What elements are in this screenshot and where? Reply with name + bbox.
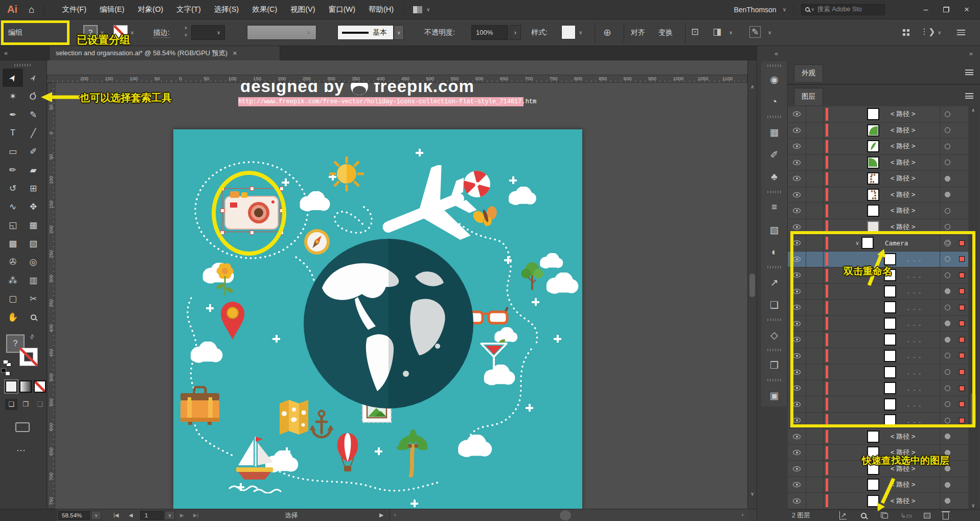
layer-row[interactable]: . . . xyxy=(788,348,968,365)
layer-content-cell[interactable]: < 路径 > xyxy=(830,171,940,187)
visibility-cell[interactable] xyxy=(788,284,806,300)
chevron-down-icon[interactable]: ∨ xyxy=(579,30,582,35)
shaper-tool[interactable]: ✏ xyxy=(3,161,23,179)
target-icon[interactable] xyxy=(945,337,950,343)
brush-chevron[interactable]: ∨ xyxy=(394,25,404,40)
lock-cell[interactable] xyxy=(806,428,824,444)
layer-row[interactable]: . . . xyxy=(788,316,968,332)
column-graph-tool[interactable]: ▥ xyxy=(23,271,43,289)
artboard-canvas[interactable] xyxy=(173,129,582,509)
eye-icon[interactable] xyxy=(793,337,801,342)
layer-label[interactable]: . . . xyxy=(907,352,922,359)
color-button[interactable] xyxy=(5,380,17,393)
symbol-sprayer-tool[interactable]: ⁂ xyxy=(3,271,23,289)
collapsed-panel-icon[interactable] xyxy=(1,368,10,376)
eye-icon[interactable] xyxy=(793,386,801,391)
document-layout-icon[interactable]: ⋮❯ xyxy=(920,27,935,36)
variable-width-select[interactable] xyxy=(247,25,316,40)
target-cell[interactable] xyxy=(940,428,955,444)
target-cell[interactable] xyxy=(940,493,955,509)
layer-label[interactable]: . . . xyxy=(907,336,922,344)
layer-row[interactable]: . . . xyxy=(788,300,968,316)
width-tool[interactable]: ∿ xyxy=(3,197,23,216)
layer-row[interactable]: . . . xyxy=(788,332,968,348)
target-icon[interactable] xyxy=(945,434,950,439)
transparency-icon[interactable]: ◐ xyxy=(761,241,787,263)
next-artboard-button[interactable]: ▶ xyxy=(180,512,184,518)
layer-row[interactable]: . . . xyxy=(788,396,968,413)
first-artboard-button[interactable]: |◀ xyxy=(113,512,119,518)
layer-content-cell[interactable]: < 路径 > xyxy=(830,203,940,219)
document-tab[interactable]: selection and organisation.ai* @ 58.54% … xyxy=(49,46,280,60)
eye-icon[interactable] xyxy=(793,418,801,423)
layer-row[interactable]: < 路径 > xyxy=(788,203,968,219)
rotate-tool[interactable]: ↺ xyxy=(3,179,23,197)
hand-tool[interactable]: ✋ xyxy=(3,308,23,326)
visibility-cell[interactable] xyxy=(788,316,806,332)
menu-item[interactable]: 编辑(E) xyxy=(93,5,131,14)
layer-content-cell[interactable]: < 路径 > xyxy=(830,477,940,493)
artboard-select-chevron[interactable]: ∨ xyxy=(165,511,175,520)
visibility-cell[interactable] xyxy=(788,300,806,315)
layer-label[interactable]: < 路径 > xyxy=(891,158,915,167)
visibility-cell[interactable] xyxy=(788,332,806,348)
tab-layers[interactable]: 图层 xyxy=(794,88,823,105)
lock-cell[interactable] xyxy=(806,155,824,171)
eye-icon[interactable] xyxy=(793,353,801,358)
opacity-input[interactable]: 100% xyxy=(471,25,508,40)
align-button[interactable]: 对齐 xyxy=(631,28,645,37)
layer-label[interactable]: . . . xyxy=(907,368,922,376)
selection-handle[interactable] xyxy=(250,231,254,235)
target-icon[interactable] xyxy=(945,418,950,423)
collapse-dock-icon[interactable]: « xyxy=(774,50,778,57)
eye-icon[interactable] xyxy=(793,240,801,245)
visibility-cell[interactable] xyxy=(788,219,806,235)
target-icon[interactable] xyxy=(945,160,950,165)
slice-tool[interactable]: ✂ xyxy=(23,289,43,308)
home-icon[interactable]: ⌂ xyxy=(29,4,34,15)
gradient-tool[interactable]: ▧ xyxy=(23,234,43,253)
scrollbar-thumb[interactable] xyxy=(560,510,571,520)
eye-icon[interactable] xyxy=(793,499,801,504)
rectangle-tool[interactable]: ▭ xyxy=(3,142,23,161)
chevron-down-icon[interactable]: ∨ xyxy=(938,30,941,35)
layer-content-cell[interactable]: . . . xyxy=(830,396,940,412)
lock-cell[interactable] xyxy=(806,413,824,428)
visibility-cell[interactable] xyxy=(788,123,806,139)
expand-dock-icon[interactable]: » xyxy=(969,50,973,57)
target-cell[interactable] xyxy=(940,219,955,235)
menu-icon[interactable] xyxy=(957,30,965,35)
vertical-ruler[interactable]: 5005010015020025030035040045050055060065… xyxy=(47,83,55,509)
eye-icon[interactable] xyxy=(793,482,801,487)
visibility-cell[interactable] xyxy=(788,252,806,267)
publish-globe-icon[interactable]: ⊕ xyxy=(603,27,611,38)
pen-tool[interactable]: ✒ xyxy=(3,105,23,124)
menu-item[interactable]: 对象(O) xyxy=(131,5,170,14)
target-icon[interactable] xyxy=(945,386,950,391)
layer-content-cell[interactable]: < 路径 > xyxy=(830,187,940,203)
stroke-stepper[interactable]: ∧∨ xyxy=(182,25,190,40)
layer-content-cell[interactable]: < 路径 > xyxy=(830,123,940,139)
search-box[interactable]: ∨ 搜索 Adobe Sto xyxy=(801,4,885,15)
horizontal-ruler[interactable]: 2001501005005010015020025030035040045050… xyxy=(47,75,747,83)
layer-label[interactable]: . . . xyxy=(907,417,922,424)
minimize-button[interactable]: – xyxy=(916,5,936,14)
eye-icon[interactable] xyxy=(793,176,801,181)
layer-row[interactable]: . . . xyxy=(788,364,968,380)
transform-button[interactable]: 变换 xyxy=(658,28,673,37)
target-icon[interactable] xyxy=(945,305,950,310)
collect-export-icon[interactable]: ↗ xyxy=(839,511,847,519)
style-swatch[interactable] xyxy=(561,25,576,39)
target-icon[interactable] xyxy=(945,176,950,182)
layer-content-cell[interactable]: . . . xyxy=(830,348,940,364)
blend-tool[interactable]: ◎ xyxy=(23,253,43,271)
stroke-color-well[interactable] xyxy=(19,348,38,366)
visibility-cell[interactable] xyxy=(788,139,806,154)
target-icon[interactable] xyxy=(945,498,950,504)
lasso-tool[interactable]: Ϙ xyxy=(23,87,43,105)
menu-item[interactable]: 效果(C) xyxy=(245,5,284,14)
target-cell[interactable] xyxy=(940,235,955,251)
chevron-down-icon[interactable]: ∨ xyxy=(783,7,786,12)
layer-row[interactable]: < 路径 > xyxy=(788,428,968,445)
swap-fill-stroke-icon[interactable]: ⇄ xyxy=(28,333,36,341)
